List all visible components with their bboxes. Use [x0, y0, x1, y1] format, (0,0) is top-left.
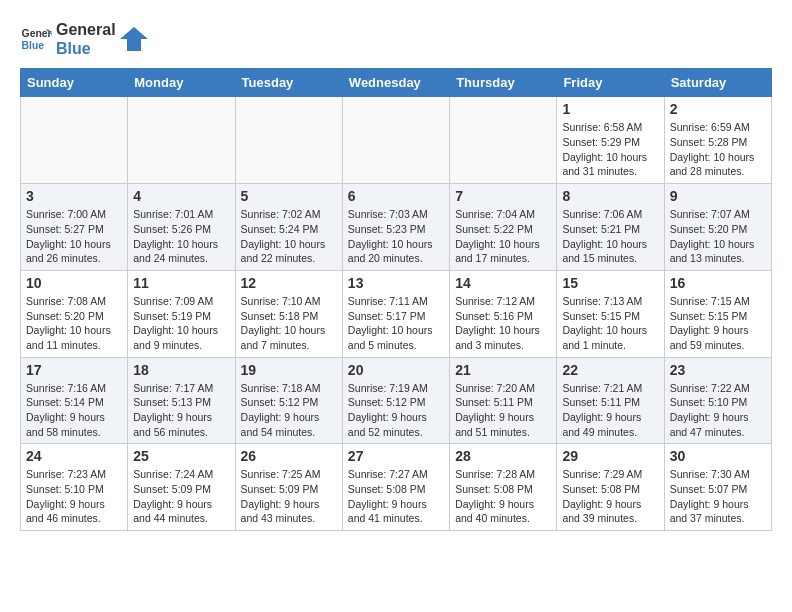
day-number: 24 — [26, 448, 122, 464]
calendar-cell: 28Sunrise: 7:28 AMSunset: 5:08 PMDayligh… — [450, 444, 557, 531]
logo: General Blue General Blue — [20, 20, 148, 58]
calendar-cell: 20Sunrise: 7:19 AMSunset: 5:12 PMDayligh… — [342, 357, 449, 444]
day-number: 18 — [133, 362, 229, 378]
calendar-cell: 7Sunrise: 7:04 AMSunset: 5:22 PMDaylight… — [450, 184, 557, 271]
day-info: Sunrise: 7:00 AMSunset: 5:27 PMDaylight:… — [26, 207, 122, 266]
day-info: Sunrise: 7:25 AMSunset: 5:09 PMDaylight:… — [241, 467, 337, 526]
weekday-header-wednesday: Wednesday — [342, 69, 449, 97]
calendar-cell: 22Sunrise: 7:21 AMSunset: 5:11 PMDayligh… — [557, 357, 664, 444]
calendar-cell — [21, 97, 128, 184]
day-number: 29 — [562, 448, 658, 464]
day-info: Sunrise: 6:58 AMSunset: 5:29 PMDaylight:… — [562, 120, 658, 179]
week-row-3: 10Sunrise: 7:08 AMSunset: 5:20 PMDayligh… — [21, 270, 772, 357]
day-number: 4 — [133, 188, 229, 204]
calendar-cell: 4Sunrise: 7:01 AMSunset: 5:26 PMDaylight… — [128, 184, 235, 271]
calendar-cell: 11Sunrise: 7:09 AMSunset: 5:19 PMDayligh… — [128, 270, 235, 357]
day-info: Sunrise: 7:04 AMSunset: 5:22 PMDaylight:… — [455, 207, 551, 266]
day-number: 16 — [670, 275, 766, 291]
calendar-cell: 19Sunrise: 7:18 AMSunset: 5:12 PMDayligh… — [235, 357, 342, 444]
week-row-4: 17Sunrise: 7:16 AMSunset: 5:14 PMDayligh… — [21, 357, 772, 444]
calendar-cell: 1Sunrise: 6:58 AMSunset: 5:29 PMDaylight… — [557, 97, 664, 184]
page-header: General Blue General Blue — [20, 20, 772, 58]
calendar-table: SundayMondayTuesdayWednesdayThursdayFrid… — [20, 68, 772, 531]
day-info: Sunrise: 7:24 AMSunset: 5:09 PMDaylight:… — [133, 467, 229, 526]
day-number: 12 — [241, 275, 337, 291]
day-number: 20 — [348, 362, 444, 378]
day-info: Sunrise: 7:29 AMSunset: 5:08 PMDaylight:… — [562, 467, 658, 526]
calendar-cell: 25Sunrise: 7:24 AMSunset: 5:09 PMDayligh… — [128, 444, 235, 531]
day-info: Sunrise: 7:08 AMSunset: 5:20 PMDaylight:… — [26, 294, 122, 353]
day-number: 7 — [455, 188, 551, 204]
day-info: Sunrise: 7:19 AMSunset: 5:12 PMDaylight:… — [348, 381, 444, 440]
day-number: 17 — [26, 362, 122, 378]
calendar-cell: 13Sunrise: 7:11 AMSunset: 5:17 PMDayligh… — [342, 270, 449, 357]
logo-general: General — [56, 20, 116, 39]
day-number: 5 — [241, 188, 337, 204]
day-number: 1 — [562, 101, 658, 117]
day-number: 27 — [348, 448, 444, 464]
week-row-2: 3Sunrise: 7:00 AMSunset: 5:27 PMDaylight… — [21, 184, 772, 271]
day-info: Sunrise: 7:01 AMSunset: 5:26 PMDaylight:… — [133, 207, 229, 266]
day-info: Sunrise: 7:17 AMSunset: 5:13 PMDaylight:… — [133, 381, 229, 440]
day-info: Sunrise: 7:13 AMSunset: 5:15 PMDaylight:… — [562, 294, 658, 353]
logo-wave-icon — [120, 25, 148, 53]
day-number: 3 — [26, 188, 122, 204]
day-info: Sunrise: 7:27 AMSunset: 5:08 PMDaylight:… — [348, 467, 444, 526]
calendar-cell: 3Sunrise: 7:00 AMSunset: 5:27 PMDaylight… — [21, 184, 128, 271]
day-info: Sunrise: 7:30 AMSunset: 5:07 PMDaylight:… — [670, 467, 766, 526]
logo-blue: Blue — [56, 39, 116, 58]
calendar-cell: 17Sunrise: 7:16 AMSunset: 5:14 PMDayligh… — [21, 357, 128, 444]
day-info: Sunrise: 7:15 AMSunset: 5:15 PMDaylight:… — [670, 294, 766, 353]
calendar-cell: 14Sunrise: 7:12 AMSunset: 5:16 PMDayligh… — [450, 270, 557, 357]
day-number: 10 — [26, 275, 122, 291]
day-info: Sunrise: 7:28 AMSunset: 5:08 PMDaylight:… — [455, 467, 551, 526]
day-info: Sunrise: 7:10 AMSunset: 5:18 PMDaylight:… — [241, 294, 337, 353]
day-info: Sunrise: 7:02 AMSunset: 5:24 PMDaylight:… — [241, 207, 337, 266]
svg-marker-4 — [120, 27, 148, 51]
weekday-header-thursday: Thursday — [450, 69, 557, 97]
calendar-cell: 5Sunrise: 7:02 AMSunset: 5:24 PMDaylight… — [235, 184, 342, 271]
day-info: Sunrise: 7:20 AMSunset: 5:11 PMDaylight:… — [455, 381, 551, 440]
calendar-cell: 8Sunrise: 7:06 AMSunset: 5:21 PMDaylight… — [557, 184, 664, 271]
calendar-cell: 30Sunrise: 7:30 AMSunset: 5:07 PMDayligh… — [664, 444, 771, 531]
day-number: 23 — [670, 362, 766, 378]
day-number: 25 — [133, 448, 229, 464]
day-number: 14 — [455, 275, 551, 291]
calendar-cell — [342, 97, 449, 184]
day-number: 9 — [670, 188, 766, 204]
day-number: 22 — [562, 362, 658, 378]
day-info: Sunrise: 7:22 AMSunset: 5:10 PMDaylight:… — [670, 381, 766, 440]
calendar-cell: 15Sunrise: 7:13 AMSunset: 5:15 PMDayligh… — [557, 270, 664, 357]
weekday-header-friday: Friday — [557, 69, 664, 97]
calendar-cell: 24Sunrise: 7:23 AMSunset: 5:10 PMDayligh… — [21, 444, 128, 531]
calendar-cell: 2Sunrise: 6:59 AMSunset: 5:28 PMDaylight… — [664, 97, 771, 184]
day-number: 19 — [241, 362, 337, 378]
weekday-header-row: SundayMondayTuesdayWednesdayThursdayFrid… — [21, 69, 772, 97]
day-info: Sunrise: 7:11 AMSunset: 5:17 PMDaylight:… — [348, 294, 444, 353]
day-number: 6 — [348, 188, 444, 204]
day-info: Sunrise: 7:21 AMSunset: 5:11 PMDaylight:… — [562, 381, 658, 440]
calendar-cell — [235, 97, 342, 184]
day-number: 8 — [562, 188, 658, 204]
day-info: Sunrise: 7:16 AMSunset: 5:14 PMDaylight:… — [26, 381, 122, 440]
calendar-cell: 10Sunrise: 7:08 AMSunset: 5:20 PMDayligh… — [21, 270, 128, 357]
weekday-header-tuesday: Tuesday — [235, 69, 342, 97]
weekday-header-monday: Monday — [128, 69, 235, 97]
svg-text:Blue: Blue — [22, 40, 45, 51]
calendar-cell: 18Sunrise: 7:17 AMSunset: 5:13 PMDayligh… — [128, 357, 235, 444]
day-number: 30 — [670, 448, 766, 464]
week-row-5: 24Sunrise: 7:23 AMSunset: 5:10 PMDayligh… — [21, 444, 772, 531]
day-info: Sunrise: 7:18 AMSunset: 5:12 PMDaylight:… — [241, 381, 337, 440]
week-row-1: 1Sunrise: 6:58 AMSunset: 5:29 PMDaylight… — [21, 97, 772, 184]
calendar-cell: 27Sunrise: 7:27 AMSunset: 5:08 PMDayligh… — [342, 444, 449, 531]
day-info: Sunrise: 7:23 AMSunset: 5:10 PMDaylight:… — [26, 467, 122, 526]
day-info: Sunrise: 7:07 AMSunset: 5:20 PMDaylight:… — [670, 207, 766, 266]
logo-icon: General Blue — [20, 23, 52, 55]
day-number: 21 — [455, 362, 551, 378]
day-info: Sunrise: 7:12 AMSunset: 5:16 PMDaylight:… — [455, 294, 551, 353]
day-info: Sunrise: 7:03 AMSunset: 5:23 PMDaylight:… — [348, 207, 444, 266]
day-number: 2 — [670, 101, 766, 117]
weekday-header-sunday: Sunday — [21, 69, 128, 97]
day-number: 28 — [455, 448, 551, 464]
calendar-cell: 26Sunrise: 7:25 AMSunset: 5:09 PMDayligh… — [235, 444, 342, 531]
